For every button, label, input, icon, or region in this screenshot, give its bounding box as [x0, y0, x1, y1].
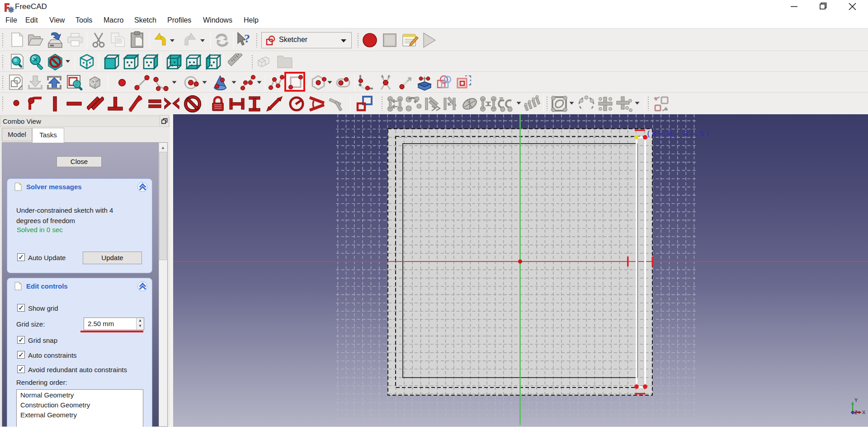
svg-text:Y: Y	[854, 397, 858, 403]
svg-text:?: ?	[244, 32, 250, 45]
svg-text:Z: Z	[854, 410, 858, 415]
svg-text:X: X	[862, 410, 866, 415]
svg-text:(35.0, 37.5): (35.0, 37.5)	[646, 130, 711, 138]
